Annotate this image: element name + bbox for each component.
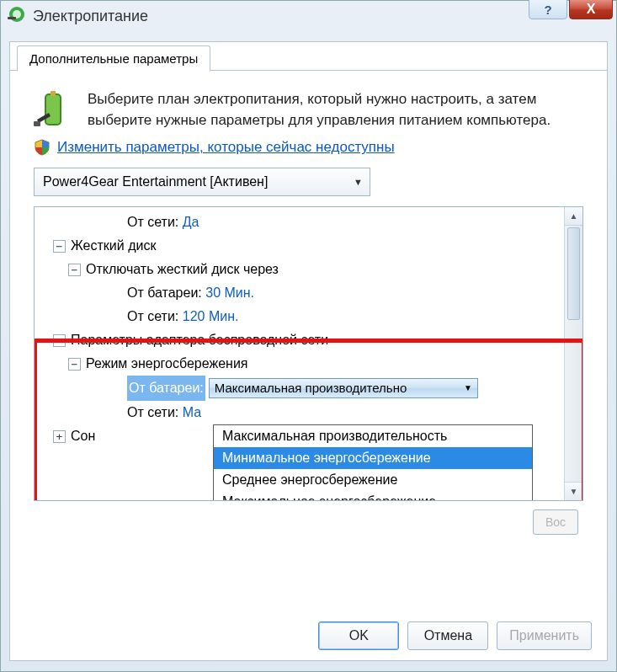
mode-dropdown[interactable]: Максимальная производительность Минималь… (213, 424, 533, 501)
tree-row[interactable]: От сети: 120 Мин. (45, 305, 582, 328)
power-plan-combo[interactable]: Power4Gear Entertainment [Активен] ▼ (34, 168, 370, 196)
power-options-window: Электропитание ? X Дополнительные параме… (0, 0, 617, 672)
dropdown-option[interactable]: Среднее энергосбережение (214, 469, 532, 491)
power-plan-selected: Power4Gear Entertainment [Активен] (43, 174, 268, 189)
tree-row[interactable]: От батареи: 30 Мин. (45, 281, 582, 305)
chevron-down-icon: ▼ (354, 177, 363, 187)
tree-row[interactable]: От сети: Да (45, 211, 582, 234)
svg-rect-2 (8, 17, 16, 19)
apply-button[interactable]: Применить (497, 621, 592, 650)
collapse-icon[interactable]: − (53, 334, 66, 347)
scroll-up-button[interactable]: ▲ (565, 207, 582, 226)
ok-button[interactable]: OK (318, 621, 399, 650)
tree-row-selected[interactable]: От батареи: Максимальная производительно… (45, 376, 582, 401)
svg-rect-4 (51, 91, 56, 96)
restore-defaults-button[interactable]: Вос (533, 509, 578, 535)
uac-link[interactable]: Изменить параметры, которые сейчас недос… (57, 139, 395, 156)
tree-node-power-saving-mode[interactable]: − Режим энергосбережения (45, 352, 582, 376)
dropdown-option[interactable]: Максимальная производительность (214, 425, 532, 447)
scroll-down-button[interactable]: ▼ (565, 482, 582, 500)
intro-block: Выберите план электропитания, который ну… (34, 89, 583, 131)
shield-icon (34, 139, 51, 156)
dropdown-option[interactable]: Минимальное энергосбережение (214, 447, 532, 469)
tree-node-hard-disk[interactable]: − Жесткий диск (45, 234, 582, 258)
battery-mode-combo[interactable]: Максимальная производительно ▼ (209, 378, 478, 398)
tree-node-wifi-adapter[interactable]: − Параметры адаптера беспроводной сети (45, 328, 582, 352)
close-button[interactable]: X (569, 0, 613, 19)
tab-advanced-settings[interactable]: Дополнительные параметры (17, 45, 210, 72)
collapse-icon[interactable]: − (68, 358, 81, 371)
tree-node-turn-off-disk[interactable]: − Отключать жесткий диск через (45, 258, 582, 281)
collapse-icon[interactable]: − (53, 240, 66, 253)
battery-icon (34, 89, 74, 130)
help-button[interactable]: ? (529, 0, 567, 19)
scroll-thumb[interactable] (567, 227, 580, 320)
dropdown-option[interactable]: Максимальное энергосбережение (214, 491, 532, 501)
scrollbar[interactable]: ▲ ▼ (564, 207, 582, 500)
dialog-button-row: OK Отмена Применить (10, 621, 607, 650)
tree-row[interactable]: От сети: Ма (45, 401, 582, 424)
settings-tree: ▲ ▼ От сети: Да − Жесткий диск − (34, 206, 583, 501)
tab-content: Выберите план электропитания, который ну… (10, 71, 607, 535)
dialog-body: Дополнительные параметры Выберите план э… (9, 41, 608, 661)
collapse-icon[interactable]: − (68, 264, 81, 276)
uac-row: Изменить параметры, которые сейчас недос… (34, 139, 583, 156)
intro-text: Выберите план электропитания, который ну… (88, 89, 583, 131)
svg-rect-3 (45, 94, 61, 125)
tab-strip: Дополнительные параметры (10, 42, 607, 71)
chevron-down-icon: ▼ (464, 376, 472, 400)
cancel-button[interactable]: Отмена (407, 621, 488, 650)
expand-icon[interactable]: + (53, 430, 66, 443)
titlebar[interactable]: Электропитание (1, 1, 616, 31)
svg-rect-5 (34, 121, 40, 126)
window-title: Электропитание (33, 8, 148, 25)
power-icon (8, 5, 26, 28)
